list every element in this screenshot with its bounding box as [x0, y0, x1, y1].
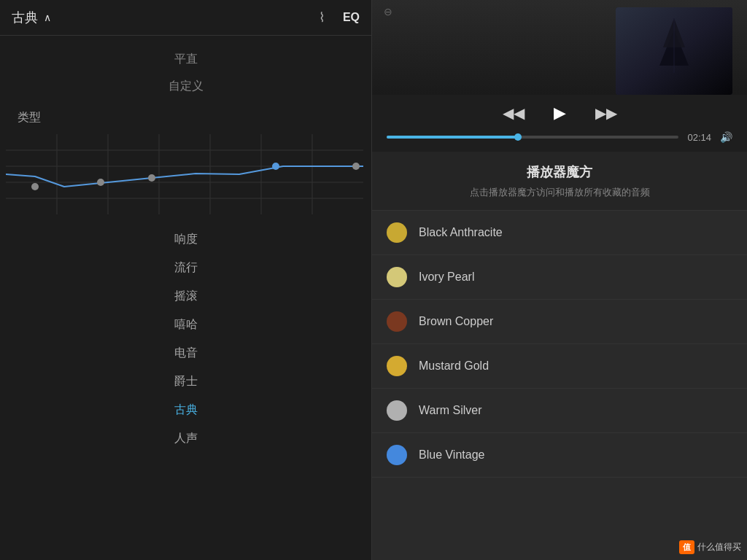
fast-forward-button[interactable]: ▶▶ — [595, 104, 617, 122]
progress-section: 02:14 🔊 — [372, 128, 747, 152]
genre-list: 响度 流行 摇滚 嘻哈 电音 爵士 古典 人声 — [0, 220, 371, 458]
eq-mode-title: 古典 — [12, 9, 38, 26]
play-button[interactable]: ▶ — [554, 104, 566, 122]
theme-ivory-pearl[interactable]: Ivory Pearl — [372, 255, 747, 300]
theme-label-mustard-gold: Mustard Gold — [419, 359, 489, 373]
theme-dot-mustard-gold — [387, 356, 407, 376]
theme-dot-blue-vintage — [387, 445, 407, 465]
player-info: 播放器魔方 点击播放器魔方访问和播放所有收藏的音频 — [372, 152, 747, 211]
left-header: 古典 ∧ ⌇ EQ — [0, 0, 371, 36]
progress-bar[interactable] — [387, 136, 678, 139]
left-panel: 古典 ∧ ⌇ EQ 平直 自定义 类型 — [0, 0, 372, 560]
theme-label-blue-vintage: Blue Vintage — [419, 448, 484, 462]
theme-list: Black Anthracite Ivory Pearl Brown Coppe… — [372, 211, 747, 561]
genre-electronic[interactable]: 电音 — [0, 340, 371, 367]
category-label: 类型 — [0, 104, 371, 131]
genre-rock[interactable]: 摇滚 — [0, 283, 371, 310]
theme-label-black-anthracite: Black Anthracite — [419, 226, 503, 239]
genre-hiphop[interactable]: 嘻哈 — [0, 311, 371, 338]
svg-point-10 — [31, 183, 39, 190]
progress-fill — [387, 136, 518, 139]
genre-classical[interactable]: 古典 — [0, 397, 371, 424]
player-title: 播放器魔方 — [387, 163, 732, 181]
volume-icon[interactable]: 🔊 — [720, 131, 732, 143]
theme-label-ivory-pearl: Ivory Pearl — [419, 271, 474, 284]
progress-handle[interactable] — [514, 133, 522, 141]
genre-jazz[interactable]: 爵士 — [0, 368, 371, 395]
eq-flat-option[interactable]: 平直 — [174, 47, 198, 71]
album-art-container: ⊖ — [372, 0, 747, 95]
svg-point-11 — [97, 179, 104, 186]
genre-vocal[interactable]: 人声 — [0, 425, 371, 452]
player-controls: ◀◀ ▶ ▶▶ — [372, 95, 747, 128]
theme-blue-vintage[interactable]: Blue Vintage — [372, 433, 747, 478]
chevron-up-icon[interactable]: ∧ — [44, 12, 51, 23]
theme-mustard-gold[interactable]: Mustard Gold — [372, 344, 747, 389]
watermark-text: 什么值得买 — [697, 541, 741, 553]
svg-point-14 — [352, 163, 360, 170]
eq-options: 平直 自定义 — [0, 36, 371, 104]
eq-button[interactable]: EQ — [343, 11, 360, 24]
album-info-icon: ⊖ — [384, 6, 392, 18]
svg-point-12 — [148, 174, 155, 182]
current-time: 02:14 — [687, 132, 711, 143]
theme-dot-warm-silver — [387, 400, 407, 421]
watermark-badge: 值 — [679, 540, 694, 554]
player-description: 点击播放器魔方访问和播放所有收藏的音频 — [387, 185, 732, 200]
rewind-button[interactable]: ◀◀ — [503, 104, 525, 122]
theme-warm-silver[interactable]: Warm Silver — [372, 389, 747, 433]
svg-point-13 — [272, 163, 279, 170]
watermark: 值 什么值得买 — [679, 540, 741, 554]
right-panel: ⊖ ◀◀ ▶ ▶▶ — [372, 0, 747, 560]
eq-visualizer — [0, 134, 371, 217]
settings-icon[interactable]: ⌇ — [319, 9, 325, 26]
theme-black-anthracite[interactable]: Black Anthracite — [372, 211, 747, 255]
eq-custom-option[interactable]: 自定义 — [169, 74, 204, 98]
theme-dot-black-anthracite — [387, 222, 407, 243]
genre-pop[interactable]: 流行 — [0, 254, 371, 281]
theme-brown-copper[interactable]: Brown Copper — [372, 300, 747, 344]
theme-dot-ivory-pearl — [387, 267, 407, 287]
theme-label-warm-silver: Warm Silver — [419, 404, 482, 417]
theme-dot-brown-copper — [387, 311, 407, 332]
theme-label-brown-copper: Brown Copper — [419, 315, 493, 328]
album-art — [616, 7, 732, 95]
genre-loudness[interactable]: 响度 — [0, 226, 371, 253]
